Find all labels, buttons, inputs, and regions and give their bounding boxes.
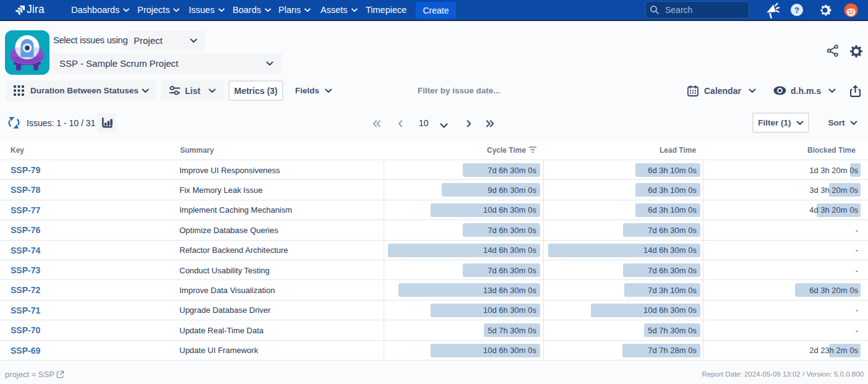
svg-text:?: ? (794, 6, 799, 15)
